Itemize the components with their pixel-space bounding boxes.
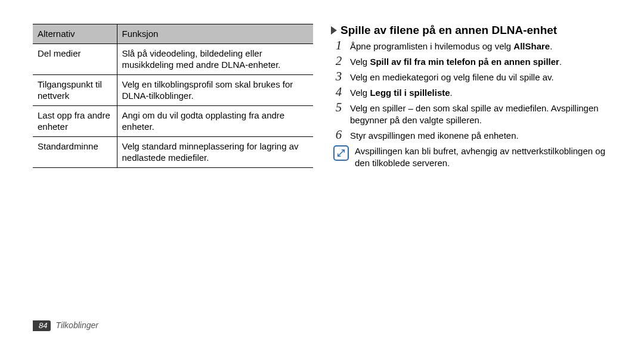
table-cell: Velg en tilkoblingsprofil som skal bruke… bbox=[117, 74, 313, 105]
table-cell: Tilgangspunkt til nettverk bbox=[33, 74, 117, 105]
steps-list: 1 Åpne programlisten i hvilemodus og vel… bbox=[331, 39, 611, 169]
content-columns: Alternativ Funksjon Del medier Slå på vi… bbox=[33, 24, 611, 320]
step-2: 2 Velg Spill av fil fra min telefon på e… bbox=[333, 55, 611, 68]
note-icon bbox=[333, 145, 349, 161]
table-header-alternativ: Alternativ bbox=[33, 24, 117, 44]
step-text: Velg Spill av fil fra min telefon på en … bbox=[350, 55, 562, 68]
step-number: 5 bbox=[333, 101, 344, 114]
table-row: Standardminne Velg standard minneplasser… bbox=[33, 136, 313, 167]
step-text: Velg en spiller – den som skal spille av… bbox=[350, 101, 611, 126]
options-table: Alternativ Funksjon Del medier Slå på vi… bbox=[33, 24, 313, 168]
table-cell: Angi om du vil godta opplasting fra andr… bbox=[117, 105, 313, 136]
step-number: 2 bbox=[333, 55, 344, 67]
step-number: 6 bbox=[333, 129, 344, 141]
step-number: 1 bbox=[333, 39, 344, 52]
left-column: Alternativ Funksjon Del medier Slå på vi… bbox=[33, 24, 313, 320]
note-text: Avspillingen kan bli bufret, avhengig av… bbox=[355, 145, 611, 169]
note: Avspillingen kan bli bufret, avhengig av… bbox=[333, 145, 611, 169]
step-4: 4 Velg Legg til i spilleliste. bbox=[333, 86, 611, 99]
table-cell: Standardminne bbox=[33, 136, 117, 167]
step-6: 6 Styr avspillingen med ikonene på enhet… bbox=[333, 129, 611, 142]
step-text: Velg Legg til i spilleliste. bbox=[350, 86, 453, 99]
table-cell: Slå på videodeling, bildedeling eller mu… bbox=[117, 43, 313, 74]
right-column: Spille av filene på en annen DLNA-enhet … bbox=[331, 24, 611, 320]
page-footer: 84 Tilkoblinger bbox=[33, 320, 611, 331]
section-heading: Spille av filene på en annen DLNA-enhet bbox=[331, 24, 611, 37]
chevron-right-icon bbox=[331, 26, 337, 35]
step-text: Styr avspillingen med ikonene på enheten… bbox=[350, 129, 519, 142]
chapter-name: Tilkoblinger bbox=[55, 320, 98, 330]
table-header-funksjon: Funksjon bbox=[117, 24, 313, 44]
table-cell: Del medier bbox=[33, 43, 117, 74]
table-row: Tilgangspunkt til nettverk Velg en tilko… bbox=[33, 74, 313, 105]
step-text: Åpne programlisten i hvilemodus og velg … bbox=[350, 39, 552, 52]
step-1: 1 Åpne programlisten i hvilemodus og vel… bbox=[333, 39, 611, 52]
step-5: 5 Velg en spiller – den som skal spille … bbox=[333, 101, 611, 126]
table-cell: Velg standard minneplassering for lagrin… bbox=[117, 136, 313, 167]
step-number: 4 bbox=[333, 86, 344, 98]
section-title: Spille av filene på en annen DLNA-enhet bbox=[340, 24, 557, 37]
page-number: 84 bbox=[33, 320, 51, 331]
step-3: 3 Velg en mediekategori og velg filene d… bbox=[333, 70, 611, 83]
step-text: Velg en mediekategori og velg filene du … bbox=[350, 70, 554, 83]
page: Alternativ Funksjon Del medier Slå på vi… bbox=[0, 0, 644, 349]
table-row: Last opp fra andre enheter Angi om du vi… bbox=[33, 105, 313, 136]
step-number: 3 bbox=[333, 70, 344, 83]
table-header-row: Alternativ Funksjon bbox=[33, 24, 313, 44]
table-cell: Last opp fra andre enheter bbox=[33, 105, 117, 136]
table-row: Del medier Slå på videodeling, bildedeli… bbox=[33, 43, 313, 74]
